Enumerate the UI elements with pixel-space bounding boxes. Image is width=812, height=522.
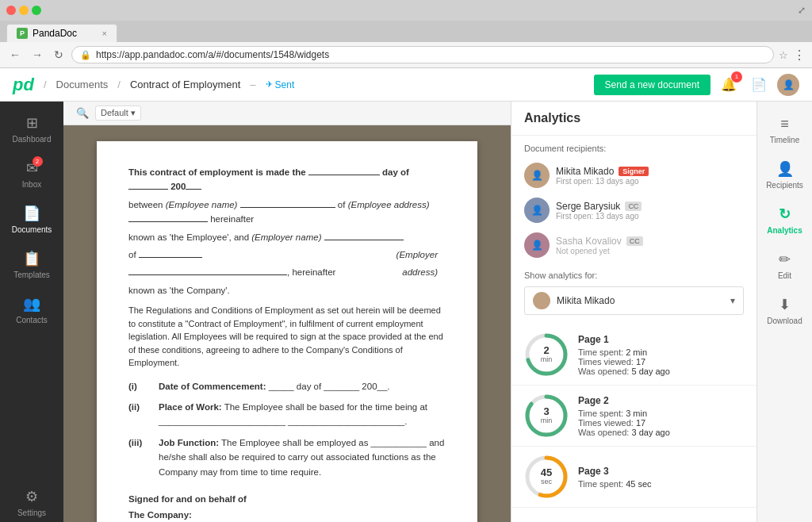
- recipient-avatar-1: 👤: [524, 163, 550, 188]
- send-new-document-button[interactable]: Send a new document: [594, 75, 710, 95]
- contract-section-ii: (ii) Place of Work: The Employee shall b…: [128, 400, 446, 429]
- zoom-label: Default: [101, 108, 128, 117]
- right-sidebar-item-analytics[interactable]: ↻ Analytics: [757, 198, 812, 243]
- page-2-times-viewed: Times viewed: 17: [578, 418, 744, 428]
- page-1-time-spent: Time spent: 2 min: [578, 347, 744, 357]
- contract-section-iii: (iii) Job Function: The Employee shall b…: [128, 436, 446, 479]
- active-tab[interactable]: P PandaDoc ×: [6, 24, 117, 42]
- right-sidebar-item-download[interactable]: ⬇ Download: [757, 288, 812, 333]
- url-bar[interactable]: 🔒 https://app.pandadoc.com/a/#/documents…: [71, 46, 774, 63]
- settings-icon: ⚙: [25, 488, 38, 505]
- address-bar: ← → ↻ 🔒 https://app.pandadoc.com/a/#/doc…: [0, 42, 812, 68]
- cc-badge-2: CC: [625, 202, 642, 211]
- analytics-icon: ↻: [779, 205, 791, 223]
- tab-label: PandaDoc: [33, 28, 77, 39]
- fullscreen-icon[interactable]: ⤢: [798, 5, 806, 16]
- ssl-lock-icon: 🔒: [80, 50, 91, 60]
- recipient-info-2: Serge Barysiuk CC First open: 13 days ag…: [556, 201, 744, 221]
- tab-close-button[interactable]: ×: [102, 29, 107, 38]
- url-text: https://app.pandadoc.com/a/#/documents/1…: [96, 49, 765, 60]
- sidebar-item-inbox[interactable]: ✉ 2 Inbox: [0, 153, 63, 195]
- recipient-name-2: Serge Barysiuk CC: [556, 201, 744, 212]
- section-iii-title: Job Function:: [159, 438, 219, 447]
- browser-window: ⤢ P PandaDoc × ← → ↻ 🔒 https://app.panda…: [0, 0, 812, 522]
- timeline-icon: ≡: [780, 116, 789, 132]
- sidebar-item-dashboard[interactable]: ⊞ Dashboard: [0, 108, 63, 150]
- breadcrumb-sep2: /: [117, 79, 121, 90]
- cc-badge-3: CC: [626, 236, 643, 246]
- signer-badge-1: Signer: [619, 167, 649, 176]
- section-i-content: _____ day of _______ 200__.: [269, 382, 390, 391]
- sent-status-badge[interactable]: Sent: [266, 79, 295, 90]
- zoom-dropdown[interactable]: Default ▾: [95, 106, 141, 121]
- contacts-icon: 👥: [23, 295, 40, 313]
- sidebar-item-templates[interactable]: 📋 Templates: [0, 244, 63, 286]
- sidebar-templates-label: Templates: [13, 271, 50, 279]
- reload-button[interactable]: ↻: [51, 47, 67, 63]
- breadcrumb-documents-link[interactable]: Documents: [56, 79, 109, 90]
- documents-icon: 📄: [23, 205, 40, 222]
- recipient-name-1: Mikita Mikado Signer: [556, 166, 744, 177]
- right-sidebar-item-recipients[interactable]: 👤 Recipients: [757, 152, 812, 198]
- contract-opening-text: This contract of employment is made the …: [128, 165, 446, 194]
- page-card-2: 3 min Page 2 Time spent: 3 min Times vie…: [511, 386, 756, 447]
- breadcrumb-sep1: /: [44, 79, 47, 90]
- document-page: This contract of employment is made the …: [97, 141, 477, 522]
- sidebar-item-settings[interactable]: ⚙ Settings: [0, 482, 63, 522]
- page-3-circle: 45 sec: [524, 455, 569, 499]
- recipient-info-3: Sasha Kovaliov CC Not opened yet: [556, 236, 744, 255]
- notification-count-badge: 1: [731, 71, 742, 83]
- recipient-item-2: 👤 Serge Barysiuk CC First open: 13 days …: [511, 193, 756, 228]
- left-sidebar: ⊞ Dashboard ✉ 2 Inbox 📄 Documents 📋 Temp…: [0, 102, 63, 522]
- bookmark-star-icon[interactable]: ☆: [779, 49, 788, 61]
- right-sidebar-item-edit[interactable]: ✏ Edit: [757, 243, 812, 288]
- recipients-icon: 👤: [776, 160, 794, 178]
- contract-section-i: (i) Date of Commencement: _____ day of _…: [128, 379, 446, 393]
- sidebar-settings-label: Settings: [17, 509, 46, 517]
- back-button[interactable]: ←: [6, 47, 24, 63]
- forward-button[interactable]: →: [29, 47, 46, 63]
- recipient-avatar-2: 👤: [524, 198, 550, 223]
- sidebar-dashboard-label: Dashboard: [13, 135, 52, 144]
- sidebar-inbox-label: Inbox: [22, 180, 41, 189]
- page-1-value: 2 min: [541, 345, 553, 364]
- sidebar-item-documents[interactable]: 📄 Documents: [0, 198, 63, 240]
- document-icon-button[interactable]: 📄: [747, 73, 771, 97]
- main-layout: ⊞ Dashboard ✉ 2 Inbox 📄 Documents 📋 Temp…: [0, 102, 812, 522]
- tab-favicon: P: [17, 28, 28, 39]
- recipients-label: Recipients: [766, 181, 803, 190]
- recipients-label: Document recipients:: [511, 136, 756, 158]
- user-avatar[interactable]: 👤: [777, 74, 799, 96]
- minimize-dot[interactable]: [19, 6, 29, 15]
- page-1-was-opened: Was opened: 5 day ago: [578, 367, 744, 376]
- page-card-1: 2 min Page 1 Time spent: 2 min Times vie…: [511, 324, 756, 386]
- sidebar-item-contacts[interactable]: 👥 Contacts: [0, 289, 63, 331]
- signature-section: Signed for and on behalf of The Company:…: [128, 492, 446, 522]
- page-1-name: Page 1: [578, 334, 744, 345]
- chevron-down-icon: ▾: [730, 295, 735, 306]
- notification-wrapper: 🔔 1: [717, 73, 741, 97]
- dropdown-selected-user: Mikita Mikado: [557, 295, 724, 306]
- document-content-area: This contract of employment is made the …: [63, 125, 511, 522]
- page-3-time-spent: Time spent: 45 sec: [578, 479, 744, 489]
- right-sidebar-item-timeline[interactable]: ≡ Timeline: [757, 108, 812, 152]
- window-controls: [6, 6, 41, 15]
- close-dot[interactable]: [6, 6, 16, 15]
- page-3-info: Page 3 Time spent: 45 sec: [578, 466, 744, 489]
- analytics-user-dropdown[interactable]: Mikita Mikado ▾: [524, 286, 744, 315]
- browser-menu-button[interactable]: ⋮: [793, 48, 806, 63]
- page-2-time-spent: Time spent: 3 min: [578, 409, 744, 418]
- page-3-name: Page 3: [578, 466, 744, 477]
- page-2-was-opened: Was opened: 3 day ago: [578, 428, 744, 437]
- recipient-avatar-3: 👤: [524, 232, 550, 258]
- download-icon: ⬇: [779, 296, 791, 313]
- show-analytics-label: Show analytics for:: [511, 263, 756, 283]
- title-bar: ⤢: [0, 0, 812, 21]
- header-actions: Send a new document 🔔 1 📄 👤: [594, 73, 799, 97]
- document-area: 🔍 Default ▾ This contract of employment …: [63, 102, 511, 522]
- breadcrumb-current-doc: Contract of Employment: [130, 79, 240, 90]
- maximize-dot[interactable]: [32, 6, 41, 15]
- contract-between-text: between (Employee name) of (Employee add…: [128, 198, 446, 227]
- recipient-sub-1: First open: 13 days ago: [556, 177, 744, 186]
- dashboard-icon: ⊞: [26, 114, 38, 132]
